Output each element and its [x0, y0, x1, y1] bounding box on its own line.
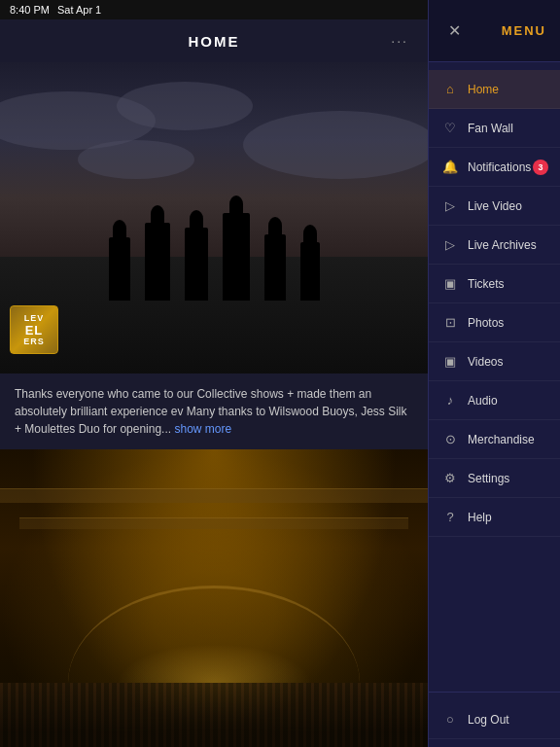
post-content: Thanks everyone who came to our Collecti… — [0, 374, 428, 449]
audio-icon: ♪ — [442, 393, 458, 408]
sidebar-item-label: Home — [468, 83, 499, 96]
sidebar-item-photos[interactable]: ⊡ Photos — [429, 303, 560, 342]
concert-image — [0, 449, 428, 747]
sidebar-item-merchandise[interactable]: ⊙ Merchandise — [429, 420, 560, 459]
figure-4 — [223, 213, 250, 301]
sidebar-item-label: Log Out — [468, 713, 509, 727]
logo-bottom: ERS — [23, 337, 45, 347]
cloud-4 — [78, 140, 194, 179]
band-silhouettes — [0, 213, 428, 301]
sidebar-item-label: Notifications — [468, 160, 531, 174]
main-content: LEV EL ERS Thanks everyone who came to o… — [0, 62, 428, 747]
crowd — [0, 683, 428, 747]
figure-3 — [185, 228, 208, 301]
sidebar-item-tickets[interactable]: ▣ Tickets — [429, 265, 560, 303]
tickets-icon: ▣ — [442, 276, 458, 291]
sidebar-item-label: Fan Wall — [468, 122, 513, 135]
post-text: Thanks everyone who came to our Collecti… — [15, 385, 413, 438]
sidebar-item-label: Live Video — [468, 199, 522, 213]
sidebar-item-logout[interactable]: ○ Log Out — [429, 700, 560, 739]
figure-5 — [264, 234, 286, 301]
sidebar-item-live-video[interactable]: ▷ Live Video — [429, 187, 560, 226]
fan-wall-icon: ♡ — [442, 121, 458, 135]
cloud-3 — [243, 111, 428, 179]
logo-mid: EL — [25, 324, 44, 337]
sidebar-item-label: Photos — [468, 316, 504, 330]
merchandise-icon: ⊙ — [442, 432, 458, 446]
help-icon: ? — [442, 510, 458, 524]
notifications-icon: 🔔 — [442, 160, 458, 174]
status-date: Sat Apr 1 — [57, 4, 101, 16]
figure-1 — [109, 237, 130, 301]
sidebar-item-label: Merchandise — [468, 433, 535, 446]
logout-icon: ○ — [442, 712, 458, 727]
logo-top: LEV — [24, 313, 45, 324]
videos-icon: ▣ — [442, 354, 458, 369]
sidebar-item-audio[interactable]: ♪ Audio — [429, 381, 560, 420]
live-archives-icon: ▷ — [442, 237, 458, 252]
menu-title: MENU — [502, 23, 546, 38]
sidebar-menu: ✕ MENU ⌂ Home ♡ Fan Wall 🔔 Notifications… — [428, 0, 560, 747]
sidebar-item-label: Audio — [468, 394, 498, 408]
sidebar-item-label: Settings — [468, 472, 509, 485]
sidebar-item-notifications[interactable]: 🔔 Notifications 3 — [429, 148, 560, 187]
photos-icon: ⊡ — [442, 315, 458, 330]
sidebar-item-videos[interactable]: ▣ Videos — [429, 342, 560, 381]
sidebar-item-settings[interactable]: ⚙ Settings — [429, 459, 560, 498]
band-logo: LEV EL ERS — [10, 305, 58, 354]
sidebar-item-label: Videos — [468, 355, 503, 369]
hall-balcony-1 — [0, 488, 428, 503]
notification-badge: 3 — [533, 160, 548, 175]
cloud-2 — [117, 82, 253, 130]
hall-balcony-2 — [19, 517, 408, 529]
sidebar-item-fan-wall[interactable]: ♡ Fan Wall — [429, 109, 560, 148]
figure-6 — [300, 242, 320, 301]
sidebar-footer: ○ Log Out — [429, 692, 560, 747]
sidebar-item-home[interactable]: ⌂ Home — [429, 70, 560, 109]
more-options-icon[interactable]: ··· — [391, 33, 408, 49]
close-menu-button[interactable]: ✕ — [442, 19, 466, 43]
settings-icon: ⚙ — [442, 471, 458, 485]
sidebar-item-label: Tickets — [468, 277, 505, 291]
home-icon: ⌂ — [442, 82, 458, 96]
menu-items-list: ⌂ Home ♡ Fan Wall 🔔 Notifications 3 ▷ Li… — [429, 62, 560, 692]
figure-2 — [145, 223, 170, 301]
hero-image: LEV EL ERS — [0, 62, 428, 374]
sidebar-item-label: Help — [468, 511, 492, 524]
sidebar-item-help[interactable]: ? Help — [429, 498, 560, 537]
live-video-icon: ▷ — [442, 198, 458, 213]
main-header: HOME ··· — [0, 19, 428, 62]
sidebar-item-live-archives[interactable]: ▷ Live Archives — [429, 226, 560, 265]
show-more-link[interactable]: show more — [174, 422, 231, 436]
status-time: 8:40 PM — [10, 4, 50, 16]
sidebar-item-label: Live Archives — [468, 238, 537, 252]
sidebar-header: ✕ MENU — [429, 0, 560, 62]
page-title: HOME — [189, 33, 240, 50]
